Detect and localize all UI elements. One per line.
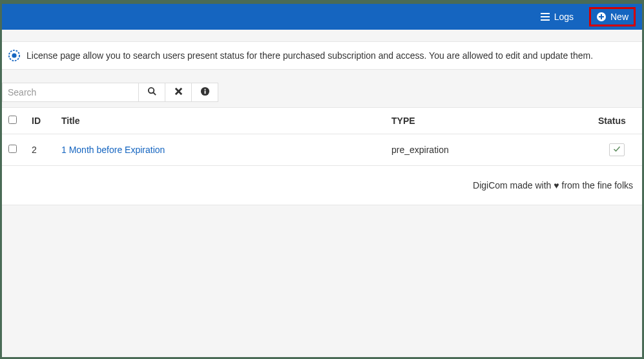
clear-button[interactable] — [165, 83, 192, 102]
select-all-checkbox[interactable] — [8, 116, 17, 124]
info-icon — [200, 87, 210, 98]
info-bar: License page allow you to search users p… — [2, 41, 642, 70]
header-type[interactable]: TYPE — [385, 108, 592, 134]
header-checkbox-cell — [2, 108, 25, 134]
info-button[interactable] — [191, 83, 218, 102]
close-icon — [174, 87, 183, 98]
table-row: 2 1 Month before Expiration pre_expirati… — [2, 134, 642, 166]
search-input[interactable] — [2, 83, 139, 102]
info-text: License page allow you to search users p… — [26, 50, 593, 61]
plus-circle-icon — [596, 12, 607, 22]
new-label: New — [610, 12, 628, 22]
search-toolbar — [2, 74, 642, 107]
row-title-link[interactable]: 1 Month before Expiration — [61, 145, 165, 155]
header-title[interactable]: Title — [55, 108, 385, 134]
svg-point-8 — [148, 88, 153, 93]
search-icon — [147, 87, 157, 98]
logs-button[interactable]: Logs — [535, 8, 579, 26]
top-toolbar: Logs New — [2, 4, 642, 30]
header-status[interactable]: Status — [592, 108, 642, 134]
check-icon — [613, 145, 621, 155]
search-button[interactable] — [138, 83, 165, 102]
new-button[interactable]: New — [589, 7, 636, 26]
svg-point-7 — [12, 53, 16, 57]
help-icon — [8, 50, 20, 61]
list-icon — [540, 12, 550, 22]
footer: DigiCom made with ♥ from the fine folks — [2, 166, 642, 205]
data-table: ID Title TYPE Status 2 1 Month before Ex… — [2, 107, 642, 166]
row-checkbox[interactable] — [8, 145, 17, 153]
svg-rect-5 — [599, 16, 604, 17]
svg-rect-0 — [541, 13, 550, 14]
table-header-row: ID Title TYPE Status — [2, 108, 642, 134]
footer-prefix: DigiCom made with — [473, 180, 554, 190]
svg-rect-13 — [204, 91, 205, 94]
status-toggle[interactable] — [609, 143, 625, 156]
header-id[interactable]: ID — [25, 108, 55, 134]
svg-rect-1 — [541, 16, 550, 17]
row-type: pre_expiration — [385, 134, 592, 166]
svg-rect-2 — [541, 19, 550, 21]
svg-line-9 — [153, 92, 156, 95]
logs-label: Logs — [554, 12, 574, 22]
row-id: 2 — [25, 134, 55, 166]
footer-suffix: from the fine folks — [559, 180, 633, 190]
svg-rect-14 — [204, 89, 205, 90]
info-section: License page allow you to search users p… — [2, 30, 642, 74]
heart-icon: ♥ — [554, 180, 559, 190]
